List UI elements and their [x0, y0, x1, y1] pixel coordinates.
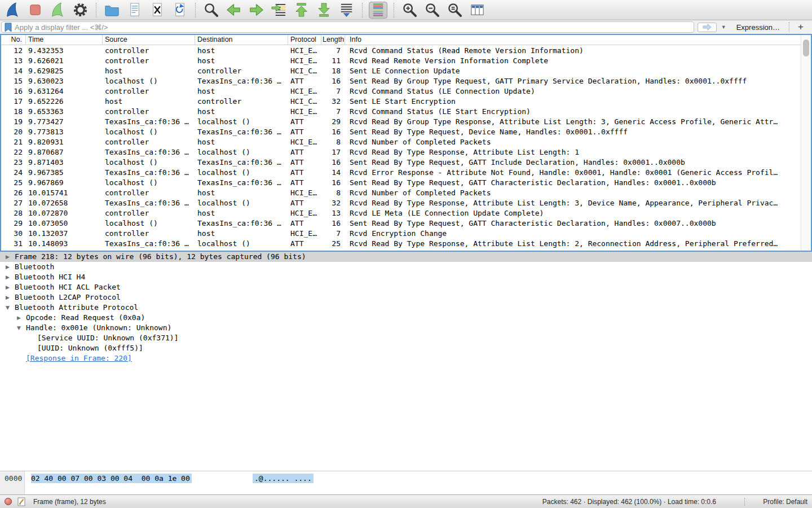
column-header-protocol[interactable]: Protocol — [288, 35, 321, 45]
column-header-source[interactable]: Source — [103, 35, 195, 45]
packet-row[interactable]: 239.871403localhost ()TexasIns_ca:f0:36 … — [1, 157, 811, 168]
add-filter-button[interactable]: + — [793, 21, 809, 33]
cell-no: 15 — [1, 76, 26, 86]
detail-item[interactable]: ▼Bluetooth Attribute Protocol — [0, 303, 812, 313]
open-file-button[interactable] — [103, 2, 121, 19]
packet-row[interactable]: 3210.148450localhost ()TexasIns_ca:f0:36… — [1, 249, 811, 251]
zoom-out-button[interactable] — [423, 2, 442, 19]
packet-list-pane: No. Time Source Destination Protocol Len… — [0, 34, 812, 252]
packet-row[interactable]: 2810.072870controllerhostHCI_E…13Rcvd LE… — [1, 208, 811, 218]
cell-no: 27 — [1, 198, 26, 208]
packet-row[interactable]: 219.820931controllerhostHCI_E…8Rcvd Numb… — [1, 137, 811, 147]
go-to-last-button[interactable] — [315, 2, 333, 19]
packet-row[interactable]: 149.629825hostcontrollerHCI_C…18Sent LE … — [1, 66, 811, 76]
collapsed-arrow-icon[interactable]: ▶ — [5, 282, 15, 292]
cell-protocol: ATT — [288, 239, 321, 249]
bookmark-icon[interactable] — [4, 23, 12, 32]
display-filter-input[interactable] — [15, 23, 691, 32]
scrollbar-thumb[interactable] — [803, 40, 809, 56]
collapsed-arrow-icon[interactable]: ▶ — [16, 313, 26, 323]
colorize-button[interactable] — [369, 2, 387, 19]
cell-destination: localhost () — [195, 168, 288, 178]
detail-item[interactable]: [Response in Frame: 220] — [0, 353, 812, 364]
column-header-length[interactable]: Length — [321, 35, 345, 45]
packet-row[interactable]: 2710.072658TexasIns_ca:f0:36 …localhost … — [1, 198, 811, 208]
detail-item[interactable]: ▶Frame 218: 12 bytes on wire (96 bits), … — [0, 252, 812, 262]
column-header-destination[interactable]: Destination — [195, 35, 288, 45]
expanded-arrow-icon[interactable]: ▼ — [5, 303, 15, 313]
packet-list-scrollbar[interactable] — [801, 35, 811, 251]
close-document-icon — [149, 2, 165, 18]
column-header-no[interactable]: No. — [1, 35, 26, 45]
packet-row[interactable]: 3010.132037controllerhostHCI_E…7Rcvd Enc… — [1, 229, 811, 239]
detail-item[interactable]: [UUID: Unknown (0xfff5)] — [0, 343, 812, 353]
packet-row[interactable]: 229.870687TexasIns_ca:f0:36 …localhost (… — [1, 147, 811, 157]
capture-options-button[interactable] — [71, 2, 90, 19]
cell-destination: localhost () — [195, 147, 288, 157]
packet-row[interactable]: 199.773427TexasIns_ca:f0:36 …localhost (… — [1, 117, 811, 127]
cell-no: 14 — [1, 66, 26, 76]
cell-protocol: ATT — [288, 198, 321, 208]
collapsed-arrow-icon[interactable]: ▶ — [5, 272, 15, 282]
detail-link[interactable]: [Response in Frame: 220] — [26, 353, 132, 364]
apply-filter-button[interactable] — [698, 23, 717, 32]
packet-row[interactable]: 209.773813localhost ()TexasIns_ca:f0:36 … — [1, 127, 811, 137]
packet-row[interactable]: 179.652226hostcontrollerHCI_C…32Sent LE … — [1, 97, 811, 107]
detail-item[interactable]: ▶Bluetooth HCI H4 — [0, 272, 812, 282]
packet-row[interactable]: 189.653363controllerhostHCI_E…7Rcvd Comm… — [1, 107, 811, 117]
column-header-info[interactable]: Info — [345, 35, 811, 45]
restart-capture-button[interactable] — [48, 2, 67, 19]
packet-row[interactable]: 169.631264controllerhostHCI_E…7Rcvd Comm… — [1, 86, 811, 97]
packet-row[interactable]: 3110.148093TexasIns_ca:f0:36 …localhost … — [1, 239, 811, 249]
go-to-packet-button[interactable] — [270, 2, 288, 19]
packet-row[interactable]: 2910.073050localhost ()TexasIns_ca:f0:36… — [1, 218, 811, 229]
detail-item[interactable]: ▶Bluetooth — [0, 262, 812, 272]
packet-row[interactable]: 259.967869localhost ()TexasIns_ca:f0:36 … — [1, 178, 811, 188]
detail-item[interactable]: [Service UUID: Unknown (0xf371)] — [0, 333, 812, 343]
capture-comment-icon[interactable] — [17, 497, 25, 506]
collapsed-arrow-icon[interactable]: ▶ — [5, 292, 15, 303]
packet-row[interactable]: 139.626021controllerhostHCI_E…11Rcvd Rea… — [1, 56, 811, 66]
packet-row[interactable]: 129.432353controllerhostHCI_E…7Rcvd Comm… — [1, 46, 811, 56]
filter-dropdown-arrow-icon[interactable]: ▼ — [721, 24, 726, 30]
detail-item[interactable]: ▶Bluetooth HCI ACL Packet — [0, 282, 812, 292]
packet-row[interactable]: 2610.015741controllerhostHCI_E…8Rcvd Num… — [1, 188, 811, 198]
ascii-bytes-selected[interactable]: .@...... .... — [253, 474, 314, 483]
close-file-button[interactable] — [148, 2, 166, 19]
cell-length: 16 — [321, 157, 345, 168]
stop-capture-button[interactable] — [26, 2, 45, 19]
detail-item[interactable]: ▼Handle: 0x001e (Unknown: Unknown) — [0, 323, 812, 333]
find-packet-button[interactable] — [202, 2, 220, 19]
cell-time: 9.820931 — [26, 137, 103, 147]
cell-length: 16 — [321, 178, 345, 188]
go-to-first-button[interactable] — [292, 2, 311, 19]
column-header-time[interactable]: Time — [26, 35, 103, 45]
save-file-button[interactable] — [125, 2, 144, 19]
detail-item[interactable]: ▶Opcode: Read Request (0x0a) — [0, 313, 812, 323]
hex-bytes-selected[interactable]: 02 40 00 07 00 03 00 04 00 0a 1e 00 — [31, 474, 192, 483]
zoom-in-button[interactable] — [400, 2, 419, 19]
stop-icon — [27, 2, 43, 18]
collapsed-arrow-icon[interactable]: ▶ — [5, 252, 15, 262]
zoom-reset-button[interactable] — [445, 2, 464, 19]
packet-row[interactable]: 249.967385TexasIns_ca:f0:36 …localhost (… — [1, 168, 811, 178]
cell-time: 9.631264 — [26, 86, 103, 97]
display-filter-field[interactable] — [1, 21, 694, 33]
go-forward-button[interactable] — [247, 2, 266, 19]
resize-columns-button[interactable] — [468, 2, 487, 19]
auto-scroll-button[interactable] — [337, 2, 356, 19]
expression-button[interactable]: Expression… — [736, 23, 780, 32]
reload-file-button[interactable] — [170, 2, 189, 19]
expanded-arrow-icon[interactable]: ▼ — [16, 323, 26, 333]
cell-length: 8 — [321, 137, 345, 147]
packet-row[interactable]: 159.630023localhost ()TexasIns_ca:f0:36 … — [1, 76, 811, 86]
detail-item[interactable]: ▶Bluetooth L2CAP Protocol — [0, 292, 812, 303]
go-back-button[interactable] — [224, 2, 243, 19]
cell-protocol: ATT — [288, 218, 321, 229]
expert-info-icon[interactable] — [5, 498, 12, 505]
status-profile[interactable]: Profile: Default — [744, 498, 807, 506]
cell-time: 10.072658 — [26, 198, 103, 208]
collapsed-arrow-icon[interactable]: ▶ — [5, 262, 15, 272]
start-capture-button[interactable] — [3, 2, 22, 19]
cell-protocol: HCI_E… — [288, 137, 321, 147]
